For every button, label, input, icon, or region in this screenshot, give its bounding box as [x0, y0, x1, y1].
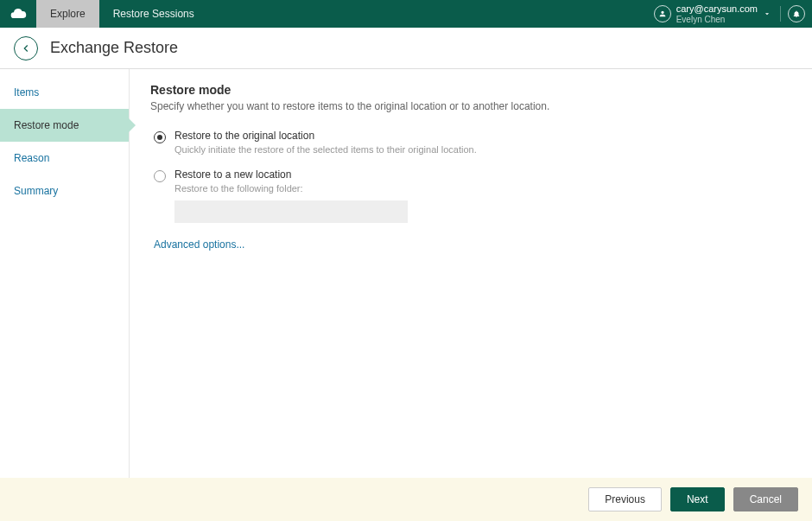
page-header: Exchange Restore	[0, 28, 812, 69]
user-display-name: Evelyn Chen	[676, 15, 758, 24]
step-label: Summary	[14, 185, 58, 197]
next-button[interactable]: Next	[670, 487, 725, 511]
user-email: cary@carysun.com	[676, 3, 758, 14]
sidebar-step-summary[interactable]: Summary	[0, 175, 129, 207]
previous-button[interactable]: Previous	[588, 487, 662, 511]
tab-label: Restore Sessions	[113, 8, 194, 20]
cancel-button[interactable]: Cancel	[733, 487, 798, 511]
restore-folder-input[interactable]	[174, 200, 408, 223]
advanced-options-link[interactable]: Advanced options...	[154, 238, 244, 251]
radio-restore-original[interactable]	[154, 131, 166, 143]
option-restore-new-location[interactable]: Restore to a new location Restore to the…	[150, 168, 791, 223]
user-menu[interactable]: cary@carysun.com Evelyn Chen	[645, 0, 780, 28]
back-button[interactable]	[14, 36, 38, 60]
user-icon	[654, 5, 671, 22]
option-restore-original[interactable]: Restore to the original location Quickly…	[150, 130, 791, 155]
radio-restore-new-location[interactable]	[154, 170, 166, 182]
bell-icon	[788, 5, 805, 22]
sidebar-step-restore-mode[interactable]: Restore mode	[0, 109, 129, 142]
option-hint: Restore to the following folder:	[174, 183, 408, 194]
topbar: Explore Restore Sessions cary@carysun.co…	[0, 0, 812, 28]
notifications-button[interactable]	[781, 0, 812, 28]
wizard-sidebar: Items Restore mode Reason Summary	[0, 69, 130, 478]
step-label: Restore mode	[14, 119, 79, 131]
page-title: Exchange Restore	[50, 39, 178, 57]
section-heading: Restore mode	[150, 83, 791, 97]
tab-explore[interactable]: Explore	[36, 0, 99, 28]
sidebar-step-items[interactable]: Items	[0, 76, 129, 109]
main-panel: Restore mode Specify whether you want to…	[130, 69, 812, 478]
arrow-left-icon	[20, 42, 32, 54]
step-label: Reason	[14, 152, 49, 164]
section-description: Specify whether you want to restore item…	[150, 100, 791, 112]
wizard-footer: Previous Next Cancel	[0, 478, 812, 521]
option-label: Restore to the original location	[174, 130, 477, 142]
chevron-down-icon	[763, 10, 771, 18]
option-hint: Quickly initiate the restore of the sele…	[174, 144, 477, 155]
sidebar-step-reason[interactable]: Reason	[0, 142, 129, 175]
option-label: Restore to a new location	[174, 168, 408, 181]
app-logo	[0, 0, 36, 28]
cloud-icon	[10, 5, 27, 22]
step-label: Items	[14, 86, 39, 98]
tab-restore-sessions[interactable]: Restore Sessions	[99, 0, 208, 28]
tab-label: Explore	[50, 8, 86, 20]
